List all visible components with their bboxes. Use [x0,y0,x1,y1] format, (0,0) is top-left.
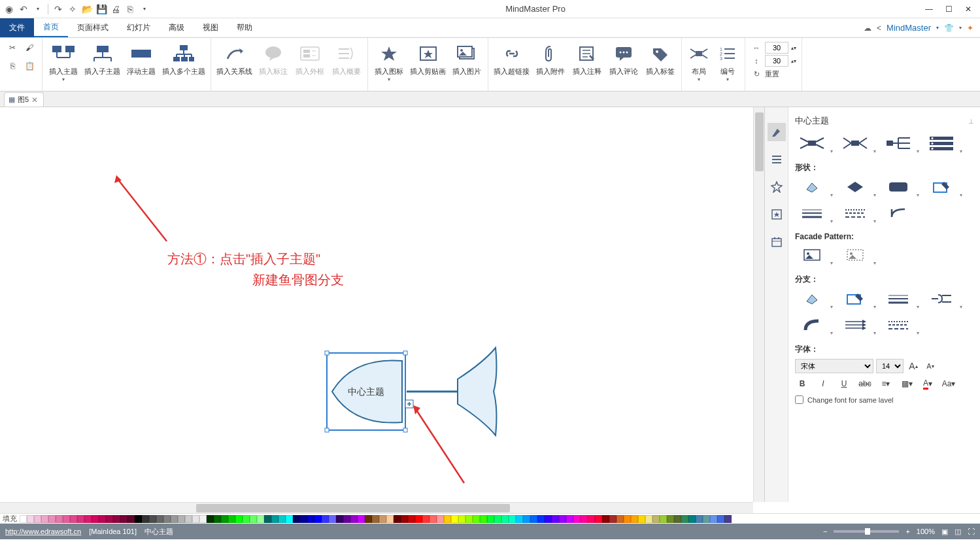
share-icon[interactable]: < [877,24,881,33]
panel-tab-task[interactable] [768,233,786,251]
color-swatch[interactable] [523,515,530,523]
color-swatch[interactable] [264,515,271,523]
color-swatch[interactable] [228,515,235,523]
panel-tab-outline[interactable] [768,150,786,169]
color-swatch[interactable] [465,515,473,523]
branch-weight[interactable] [881,289,915,309]
vscroll-thumb[interactable] [755,112,764,171]
dropdown-icon[interactable]: ▾ [31,3,44,16]
color-swatch[interactable] [480,515,487,523]
tab-help[interactable]: 帮助 [228,18,262,37]
color-swatch[interactable] [343,515,350,523]
shape-type[interactable] [838,177,872,197]
view-mode-3[interactable]: ⛶ [968,528,975,535]
color-swatch[interactable] [717,515,724,523]
color-swatch[interactable] [286,515,293,523]
color-swatch[interactable] [703,515,710,523]
insert-topic-button[interactable]: 插入主题 ▾ [46,41,80,84]
color-swatch[interactable] [545,515,552,523]
tab-view[interactable]: 视图 [194,18,228,37]
font-grow[interactable]: A▴ [906,360,921,373]
line-color[interactable] [924,177,958,197]
shape-rect[interactable] [881,177,915,197]
insert-multi-topics-button[interactable]: 插入多个主题 [161,41,207,78]
color-swatch[interactable] [674,515,681,523]
color-swatch[interactable] [300,515,307,523]
export-icon[interactable]: ⎘ [124,3,137,16]
case-button[interactable]: Aa▾ [941,377,956,390]
branch-connector[interactable] [924,289,958,309]
color-swatch[interactable] [530,515,537,523]
horizontal-scrollbar[interactable] [0,502,753,513]
color-swatch[interactable] [487,515,494,523]
color-swatch[interactable] [516,515,523,523]
color-swatch[interactable] [494,515,501,523]
color-swatch[interactable] [638,515,645,523]
facade-2[interactable] [838,245,872,265]
doc-tab-close[interactable]: ✕ [31,95,38,105]
color-swatch[interactable] [178,515,185,523]
width-h-input[interactable] [765,42,788,54]
color-swatch[interactable] [271,515,279,523]
color-swatch[interactable] [199,515,207,523]
color-swatch[interactable] [63,515,70,523]
color-swatch[interactable] [293,515,300,523]
color-swatch[interactable] [92,515,99,523]
color-swatch[interactable] [171,515,178,523]
hscroll-thumb[interactable] [196,504,510,512]
line-style[interactable] [795,203,829,223]
redo-icon[interactable]: ↷ [52,3,65,16]
minimize-button[interactable]: — [920,3,938,16]
color-swatch[interactable] [307,515,314,523]
insert-image-button[interactable]: 插入图片 [450,41,484,78]
color-swatch[interactable] [573,515,581,523]
insert-icon-button[interactable]: 插入图标 ▾ [372,41,406,84]
tab-slideshow[interactable]: 幻灯片 [118,18,160,37]
corner-style[interactable] [881,203,915,223]
new-icon[interactable]: ✧ [66,3,79,16]
color-swatch[interactable] [257,515,264,523]
color-swatch[interactable] [710,515,717,523]
color-swatch[interactable] [458,515,465,523]
color-swatch[interactable] [48,515,56,523]
color-swatch[interactable] [631,515,638,523]
zoom-in[interactable]: + [905,528,909,535]
color-swatch[interactable] [20,515,27,523]
color-swatch[interactable] [437,515,444,523]
branch-edit[interactable] [838,289,872,309]
font-color-button[interactable]: A▾ [921,377,935,390]
color-swatch[interactable] [415,515,422,523]
color-swatch[interactable] [192,515,199,523]
color-swatch[interactable] [279,515,286,523]
close-button[interactable]: ✕ [959,3,977,16]
branch-dash[interactable] [881,315,915,335]
canvas[interactable]: 中心主题 方法①：点击"插入子主题" 新建鱼骨图分支 方法②：点击"+"符号 新… [0,107,753,502]
bold-button[interactable]: B [795,377,809,390]
color-swatch[interactable] [537,515,545,523]
reset-button[interactable]: ↻重置 [751,68,796,80]
paste-icon[interactable]: 📋 [24,60,35,72]
color-swatch[interactable] [688,515,696,523]
qat-dd-icon[interactable]: ▾ [138,3,151,16]
color-swatch[interactable] [696,515,703,523]
color-swatch[interactable] [127,515,135,523]
color-swatch[interactable] [422,515,430,523]
color-swatch[interactable] [314,515,322,523]
color-swatch[interactable] [142,515,149,523]
cut-icon[interactable]: ✂ [7,42,18,54]
color-swatch[interactable] [681,515,688,523]
layout-style-2[interactable] [838,133,872,153]
color-swatch[interactable] [645,515,652,523]
facade-1[interactable] [795,245,829,265]
color-swatch[interactable] [329,515,336,523]
italic-button[interactable]: I [816,377,830,390]
color-swatch[interactable] [588,515,595,523]
panel-tab-clipart[interactable] [768,205,786,224]
align-button[interactable]: ≡▾ [879,377,893,390]
color-swatch[interactable] [552,515,559,523]
undo-icon[interactable]: ↶ [17,3,30,16]
layout-style-1[interactable] [795,133,829,153]
view-mode-2[interactable]: ◫ [955,528,961,536]
insert-relation-button[interactable]: 插入关系线 [215,41,254,78]
insert-comment-button[interactable]: 插入评论 [607,41,641,78]
